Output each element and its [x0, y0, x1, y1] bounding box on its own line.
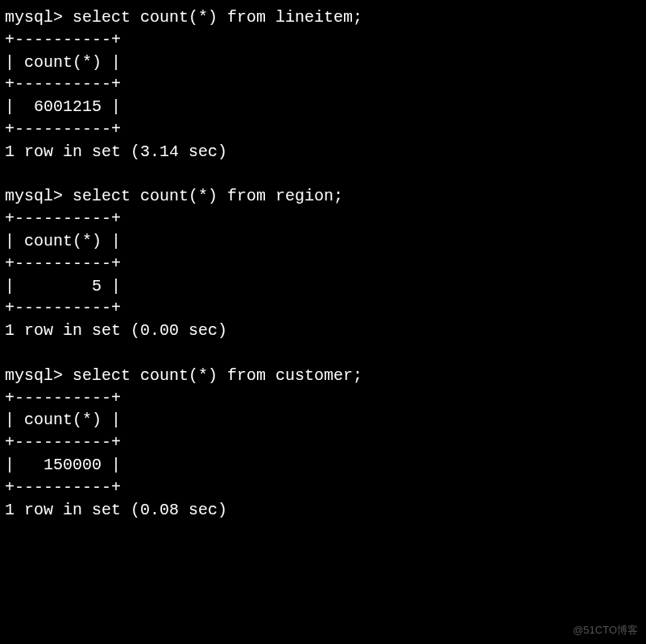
table-border: +----------+ [5, 478, 121, 497]
prompt: mysql> [5, 366, 63, 385]
prompt: mysql> [5, 8, 63, 27]
table-header: | count(*) | [5, 411, 121, 429]
terminal-output[interactable]: mysql> select count(*) from lineitem; +-… [0, 0, 646, 527]
table-border: +----------+ [5, 120, 121, 138]
watermark: @51CTO博客 [573, 623, 638, 638]
sql-command: select count(*) from customer; [72, 366, 362, 385]
table-header: | count(*) | [5, 53, 121, 72]
table-border: +----------+ [5, 254, 121, 273]
table-row: | 6001215 | [5, 97, 121, 116]
status-line: 1 row in set (0.00 sec) [5, 321, 227, 340]
sql-command: select count(*) from region; [72, 187, 343, 205]
table-border: +----------+ [5, 209, 121, 228]
table-border: +----------+ [5, 389, 121, 407]
table-border: +----------+ [5, 433, 121, 452]
table-row: | 150000 | [5, 456, 121, 474]
table-border: +----------+ [5, 75, 121, 93]
table-border: +----------+ [5, 299, 121, 317]
sql-command: select count(*) from lineitem; [72, 8, 362, 27]
table-header: | count(*) | [5, 232, 121, 250]
status-line: 1 row in set (0.08 sec) [5, 501, 227, 519]
table-border: +----------+ [5, 31, 121, 49]
prompt: mysql> [5, 187, 63, 205]
status-line: 1 row in set (3.14 sec) [5, 142, 227, 161]
table-row: | 5 | [5, 277, 121, 295]
